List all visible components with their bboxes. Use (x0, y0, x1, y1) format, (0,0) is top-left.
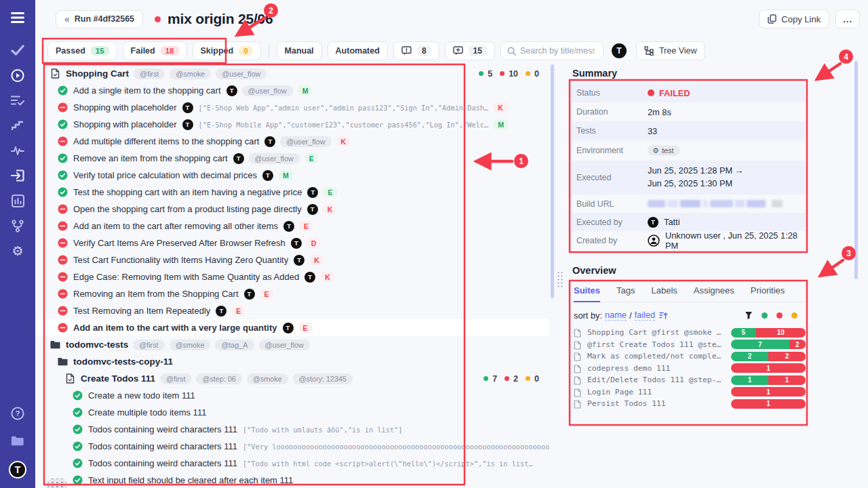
suite-chart-row[interactable]: Persist Todos 1111 (571, 399, 806, 408)
copy-link-button[interactable]: Copy Link (759, 9, 829, 28)
suite-chart-row[interactable]: @first Create Todos 111 @ste…72 (571, 340, 806, 349)
environment-badge[interactable]: ⚙test (648, 145, 680, 156)
filter-funnel-icon[interactable] (745, 311, 753, 319)
tag-pill[interactable]: @user_flow (216, 68, 267, 79)
test-row[interactable]: Verify total price calculation with deci… (35, 167, 549, 184)
tab-labels[interactable]: Labels (651, 283, 677, 302)
tag-pill[interactable]: @first (134, 68, 165, 79)
test-row[interactable]: Add an item to the cart after removing a… (35, 218, 549, 235)
test-row[interactable]: Todos containing weird characters 111["T… (35, 455, 549, 472)
project-logo[interactable]: T (612, 43, 627, 58)
failed-status-icon (58, 238, 68, 248)
failed-count: 10 (509, 69, 518, 79)
tag-pill[interactable]: @user_flow (259, 340, 310, 350)
test-row[interactable]: Create multiple todo items 111 (35, 404, 549, 421)
runs-play-icon[interactable] (11, 68, 24, 82)
test-row[interactable]: Verify Cart Items Are Preserved After Br… (35, 235, 549, 251)
test-row[interactable]: Shopping with placeholderT["E-Shop Web A… (35, 99, 549, 116)
test-row[interactable]: Remove an item from the shopping cartT@u… (35, 150, 549, 167)
tag-pill[interactable]: @smoke (247, 373, 288, 384)
test-row[interactable]: Shopping with placeholderT["E-Shop Mobil… (35, 116, 549, 133)
suite-chart-row[interactable]: Shopping Cart @first @smoke …510 (571, 328, 806, 337)
tag-pill[interactable]: @tag_A (215, 340, 254, 350)
test-row[interactable]: Test Cart Functionality with Items Havin… (35, 251, 549, 268)
pulse-icon[interactable] (11, 144, 24, 157)
suite-chart-row[interactable]: codepress demo 1111 (571, 364, 806, 373)
tag-pill[interactable]: @user_flow (242, 85, 293, 96)
tag-pill[interactable]: @user_flow (280, 136, 331, 147)
tests-check-icon[interactable] (11, 43, 24, 57)
svg-text:?: ? (16, 409, 20, 418)
back-to-run-button[interactable]: « Run #4df32565 (56, 10, 143, 28)
branch-icon[interactable] (11, 219, 24, 232)
summary-label: Created by (576, 236, 648, 245)
test-row[interactable]: Todos containing weird characters 111["V… (35, 438, 549, 455)
tag-pill[interactable]: @first (160, 373, 191, 384)
sort-by-label: sort by: (574, 310, 602, 321)
filter-failed-dot[interactable] (776, 312, 783, 319)
tab-priorities[interactable]: Priorities (751, 283, 785, 302)
attachments-filter-button[interactable]: 15 (445, 41, 495, 60)
assignee-letter-badge: K (310, 255, 323, 265)
automated-filter-button[interactable]: Automated (328, 41, 388, 60)
tab-assignees[interactable]: Assignees (694, 283, 734, 302)
skipped-filter-button[interactable]: Skipped0 (193, 41, 261, 60)
topbar: « Run #4df32565 mix origin 25/06 Copy Li… (35, 0, 868, 38)
search-input[interactable] (520, 46, 595, 56)
panel-resize-handle[interactable] (557, 271, 564, 289)
test-row[interactable]: Edge Case: Removing Item with Same Quant… (35, 268, 549, 285)
sort-ascending-icon[interactable] (659, 311, 668, 320)
assignee-letter-badge: M (494, 119, 508, 129)
test-row[interactable]: Todos containing weird characters 111["T… (35, 421, 549, 438)
tag-pill[interactable]: @smoke (170, 68, 211, 79)
test-row[interactable]: Create a new todo item 111 (35, 387, 549, 404)
more-actions-button[interactable]: ... (835, 9, 860, 28)
tree-view-button[interactable]: Tree View (636, 41, 705, 60)
tag-pill[interactable]: @story: 12345 (293, 373, 353, 384)
folder-row[interactable]: todomvc-tests@first@smoke@tag_A@user_flo… (35, 336, 549, 353)
tag-pill[interactable]: @first (133, 340, 164, 350)
test-row[interactable]: Open the shopping cart from a product li… (35, 201, 549, 218)
test-row[interactable]: Test Removing an Item RepeatedlyTE (35, 302, 549, 319)
automation-logo-icon: T (226, 85, 237, 96)
help-icon[interactable]: ? (11, 407, 24, 420)
passed-filter-button[interactable]: Passed15 (47, 41, 117, 60)
test-row[interactable]: Removing an Item from the Shopping CartT… (35, 285, 549, 302)
tab-suites[interactable]: Suites (574, 283, 600, 302)
tag-pill[interactable]: @user_flow (249, 153, 300, 164)
suite-row[interactable]: Create Todos 111@first@step: 06@smoke@st… (35, 370, 549, 387)
menu-icon[interactable] (11, 11, 24, 24)
test-row[interactable]: Add multiple different items to the shop… (35, 133, 549, 150)
redacted-block (735, 200, 745, 207)
sort-by-failed-link[interactable]: failed (635, 310, 656, 321)
test-title: Create a new todo item 111 (88, 390, 195, 401)
manual-filter-button[interactable]: Manual (277, 41, 322, 60)
test-row[interactable]: Add a single item to the shopping cartT@… (35, 82, 549, 99)
test-row[interactable]: Text input field should be cleared after… (35, 472, 549, 488)
page-scrollbar[interactable] (854, 61, 858, 279)
tab-tags[interactable]: Tags (616, 283, 635, 302)
test-list-scrollbar[interactable] (551, 64, 554, 298)
plans-list-icon[interactable] (11, 94, 24, 107)
tag-pill[interactable]: @step: 06 (196, 373, 241, 384)
tag-pill[interactable]: @smoke (170, 340, 211, 350)
testomat-logo[interactable]: T (9, 461, 26, 479)
steps-icon[interactable] (11, 119, 24, 132)
suite-row[interactable]: Shopping Cart@first@smoke@user_flow5100 (35, 65, 549, 82)
folder-row[interactable]: todomvc-tests-copy-11 (35, 353, 549, 370)
suite-chart-row[interactable]: Mark as completed/not comple…22 (571, 352, 806, 361)
test-row[interactable]: Add an item to the cart with a very larg… (35, 319, 549, 336)
suite-chart-row[interactable]: Login Page 1111 (571, 388, 806, 396)
filter-passed-dot[interactable] (762, 312, 768, 319)
suite-chart-row[interactable]: Edit/Delete Todos 111 @step-…11 (571, 375, 806, 384)
comments-filter-button[interactable]: 8 (393, 41, 439, 60)
import-icon[interactable] (11, 169, 24, 182)
bottom-drag-handle[interactable] (47, 479, 66, 488)
settings-gear-icon[interactable]: ⚙ (11, 244, 24, 258)
filter-skipped-dot[interactable] (791, 312, 797, 319)
sort-by-name-link[interactable]: name (605, 310, 627, 321)
failed-filter-button[interactable]: Failed18 (123, 41, 187, 60)
projects-folder-icon[interactable] (11, 434, 24, 447)
test-row[interactable]: Test the shopping cart with an item havi… (35, 184, 549, 201)
analytics-chart-icon[interactable] (11, 194, 24, 207)
